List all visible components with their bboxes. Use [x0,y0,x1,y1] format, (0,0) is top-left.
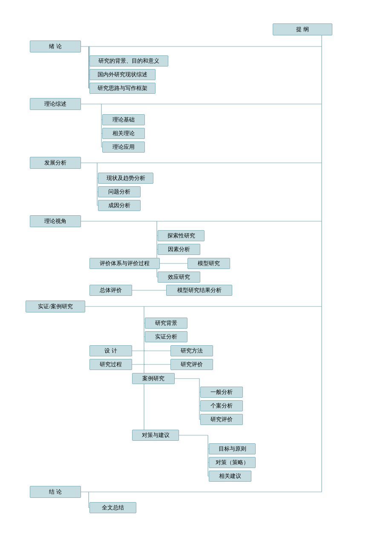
box-sheji: 设 计 [89,345,132,356]
box-mubiao-yz: 目标与原则 [209,443,256,454]
box-pingjia: 评价体系与评价过程 [89,258,160,269]
box-yiban-fx: 一般分析 [200,387,243,398]
box-yanjiu2: 国内外研究现状综述 [89,69,156,80]
box-lilun-zs: 理论综述 [30,98,81,110]
box-fazhan3: 成因分析 [98,200,141,211]
box-yanjiu1: 研究的背景、目的和意义 [89,55,168,66]
box-moxingjieguo: 模型研究结果分析 [166,285,232,296]
box-tigang: 提 纲 [273,23,332,35]
box-yanjiu-ff: 研究方法 [170,345,213,356]
box-anli-yj: 案例研究 [132,373,175,384]
box-moxing: 模型研究 [187,258,230,269]
box-yanjiu-pj: 研究评价 [170,359,213,370]
box-gean-fx: 个案分析 [200,400,243,411]
box-tansuo: 探索性研究 [158,230,205,241]
box-lilun3: 理论应用 [102,142,145,153]
box-jielun: 结 论 [30,486,81,498]
box-xiangguan-jy: 相关建议 [209,471,251,482]
box-fazhan: 发展分析 [30,157,81,169]
box-xiaoying: 效应研究 [158,272,200,283]
box-yanjiu-bj: 研究背景 [145,318,187,329]
box-shizhenganli: 实证/案例研究 [26,301,85,312]
box-quanwen-zj: 全文总结 [89,502,136,513]
box-fazhan2: 问题分析 [98,186,141,197]
box-duice: 对策（策略） [209,457,256,468]
box-yanjiu-gc: 研究过程 [89,359,132,370]
diagram-container: 提 纲 绪 论 研究的背景、目的和意义 国内外研究现状综述 研究思路与写作框架 … [0,0,392,17]
box-fazhan1: 现状及趋势分析 [98,173,153,184]
box-lilun2: 相关理论 [102,128,145,139]
box-lilun-sj: 理论视角 [30,215,81,227]
box-yinsu: 因素分析 [158,244,200,255]
box-duice-jy: 对策与建议 [132,430,179,441]
box-yanjiu-pj2: 研究评价 [200,414,243,425]
box-xulun: 绪 论 [30,40,81,52]
box-zongti: 总体评价 [89,285,132,296]
box-yanjiu3: 研究思路与写作框架 [89,83,156,94]
box-lilun1: 理论基础 [102,114,145,125]
box-shizhen-fx: 实证分析 [145,331,187,342]
